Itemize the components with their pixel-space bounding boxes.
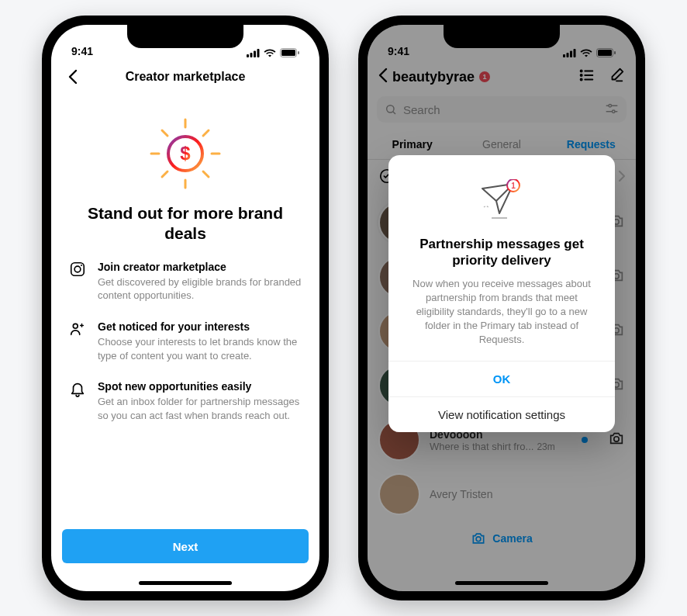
svg-text:$: $ [180,143,191,164]
modal-ok-button[interactable]: OK [388,361,615,396]
modal: 1 Partnership messages get priority deli… [388,155,615,432]
notch [127,25,243,48]
bullet-desc: Choose your interests to let brands know… [98,335,302,362]
screen-left: 9:41 Creator marketplace [51,25,319,591]
modal-settings-button[interactable]: View notification settings [388,396,615,432]
home-indicator[interactable] [139,581,232,585]
status-time: 9:41 [71,45,93,57]
next-button[interactable]: Next [62,529,309,563]
hero-title: Stand out for more brand deals [73,203,298,244]
battery-icon [280,48,299,57]
bullet-item: Join creator marketplace Get discovered … [68,260,302,303]
svg-rect-1 [250,53,253,57]
bell-icon [68,379,87,398]
hero: $ Stand out for more brand deals [51,93,319,244]
svg-rect-3 [257,49,260,57]
modal-title: Partnership messages get priority delive… [406,236,598,269]
svg-line-14 [162,171,167,177]
chevron-left-icon [68,69,78,85]
bullet-title: Join creator marketplace [98,260,302,274]
bullet-item: Spot new opportunities easily Get an inb… [68,379,302,422]
screen-right: 9:41 beautybyrae 1 [368,25,636,591]
svg-line-12 [203,171,209,177]
bottom-button-wrap: Next [51,529,319,563]
instagram-icon [68,260,87,279]
status-icons [247,48,299,57]
svg-rect-6 [298,51,299,54]
person-sparkle-icon [68,320,87,338]
wifi-icon [264,49,276,57]
svg-point-19 [81,264,82,265]
modal-badge-count: 1 [511,182,516,190]
svg-point-20 [73,324,78,328]
paper-plane-icon: 1 [406,174,598,228]
bullets: Join creator marketplace Get discovered … [51,244,319,423]
bullet-desc: Get an inbox folder for partnership mess… [98,395,302,422]
svg-line-13 [203,130,209,136]
bullet-desc: Get discovered by eligible brands for br… [98,275,302,303]
bullet-title: Get noticed for your interests [98,320,302,334]
page-title: Creator marketplace [51,70,319,84]
bullet-item: Get noticed for your interests Choose yo… [68,320,302,362]
phone-left: 9:41 Creator marketplace [42,16,329,600]
dollar-sunburst-icon: $ [147,115,224,192]
svg-rect-17 [71,262,85,275]
bullet-title: Spot new opportunities easily [98,379,302,393]
modal-text: Now when you receive messages about part… [406,277,598,348]
phone-right: 9:41 beautybyrae 1 [358,16,645,600]
svg-rect-0 [247,54,249,57]
cellular-icon [247,49,260,57]
svg-rect-5 [281,50,295,56]
svg-rect-2 [254,51,256,58]
svg-line-11 [162,130,167,136]
navbar: Creator marketplace [51,61,319,93]
back-button[interactable] [62,66,84,88]
svg-point-18 [74,266,81,272]
